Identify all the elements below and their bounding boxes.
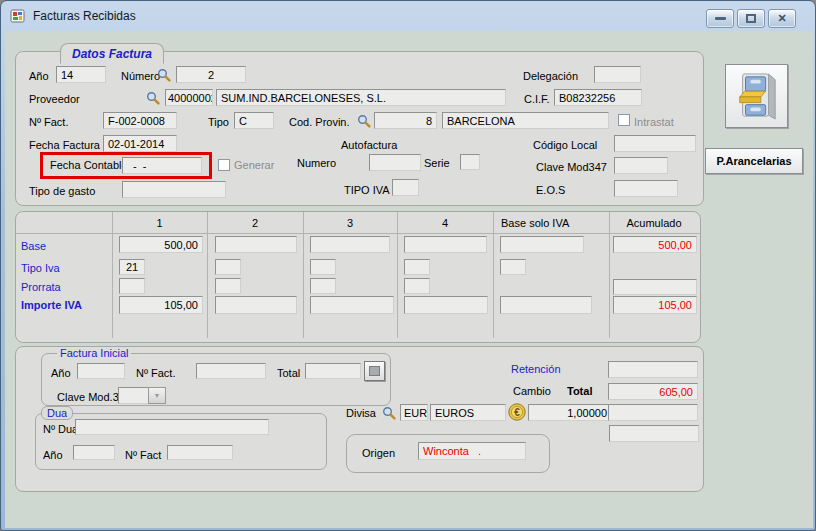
nfact-label: Nº Fact. — [29, 116, 68, 128]
base-solo-iva-field[interactable] — [500, 236, 584, 253]
col-header-acumulado: Acumulado — [609, 217, 699, 229]
maximize-button[interactable] — [737, 9, 765, 28]
origen-label: Origen — [362, 447, 395, 459]
fi-ano-field[interactable] — [77, 363, 125, 379]
prorrata-c3-field[interactable] — [310, 278, 336, 294]
dua-nfact-field[interactable] — [167, 445, 233, 460]
tab-datos-factura[interactable]: Datos Factura — [60, 43, 164, 64]
divisa-search-icon[interactable] — [382, 406, 396, 420]
divisa-name-field[interactable]: EUROS — [430, 404, 506, 421]
base-c3-field[interactable] — [310, 236, 390, 253]
codigo-local-label: Código Local — [533, 139, 597, 151]
divisa-code-field[interactable]: EUR — [400, 404, 428, 421]
cod-provin-name-field[interactable]: BARCELONA — [442, 112, 609, 129]
euro-coin-icon[interactable]: € — [508, 403, 526, 421]
cif-field[interactable]: B08232256 — [554, 89, 642, 106]
file-cabinet-icon — [734, 71, 780, 121]
col-header-3: 3 — [303, 217, 397, 229]
facturas-recibidas-window: Facturas Recibidas ✕ Datos Factura Año 1… — [0, 0, 816, 531]
numero-search-icon[interactable] — [157, 68, 171, 82]
prorrata-c1-field[interactable] — [119, 278, 145, 294]
cambio-rate-field[interactable]: 1,00000 — [528, 404, 612, 421]
fecha-factura-field[interactable]: 02-01-2014 — [103, 135, 177, 152]
fi-total-label: Total — [277, 367, 300, 379]
importe-iva-base-solo-field[interactable] — [500, 296, 592, 314]
minimize-icon — [715, 17, 726, 20]
base-c4-field[interactable] — [404, 236, 487, 253]
clave-mod340-dropdown-button[interactable]: ▼ — [148, 387, 166, 404]
importe-iva-c4-field[interactable] — [404, 296, 488, 314]
clave-mod347-field[interactable] — [614, 157, 668, 174]
maximize-icon — [746, 14, 756, 23]
importe-iva-c1-field[interactable]: 105,00 — [119, 296, 203, 314]
base-c2-field[interactable] — [215, 236, 297, 253]
tipo-iva-base-solo-field[interactable] — [500, 259, 526, 275]
fi-total-field[interactable] — [305, 363, 361, 379]
fi-nfact-field[interactable] — [196, 363, 266, 379]
divisa-label: Divisa — [346, 407, 376, 419]
numero-field[interactable]: 2 — [176, 66, 246, 83]
retencion-field[interactable] — [608, 361, 698, 378]
tipo-iva-c1-field[interactable]: 21 — [119, 259, 145, 275]
column-separator — [207, 212, 208, 338]
proveedor-search-icon[interactable] — [146, 91, 160, 105]
delegacion-field[interactable] — [594, 66, 641, 83]
importe-iva-c2-field[interactable] — [215, 296, 297, 314]
header-separator — [16, 233, 700, 234]
tipo-iva-field[interactable] — [392, 179, 419, 196]
importe-iva-row-label: Importe IVA — [21, 299, 82, 311]
generar-checkbox[interactable] — [218, 159, 230, 171]
tipo-iva-c4-field[interactable] — [404, 259, 430, 275]
minimize-button[interactable] — [706, 9, 734, 28]
tipo-iva-c2-field[interactable] — [215, 259, 241, 275]
arancelarias-button[interactable]: P.Arancelarias — [705, 148, 803, 174]
tipo-gasto-field[interactable] — [122, 181, 226, 198]
prorrata-c4-field[interactable] — [404, 278, 430, 294]
column-separator — [493, 212, 494, 338]
totals-blank-field-1[interactable] — [608, 404, 698, 421]
tipo-iva-c3-field[interactable] — [310, 259, 336, 275]
cod-provin-code-field[interactable]: 8 — [374, 112, 437, 129]
ndua-label: Nº Dua — [43, 423, 78, 435]
column-separator — [397, 212, 398, 338]
titlebar: Facturas Recibidas ✕ — [1, 1, 815, 31]
proveedor-name-field[interactable]: SUM.IND.BARCELONESES, S.L. — [216, 89, 506, 106]
importe-iva-c3-field[interactable] — [310, 296, 394, 314]
serie-field[interactable] — [460, 154, 480, 170]
fecha-contable-field[interactable]: - - — [122, 157, 202, 174]
base-c1-field[interactable]: 500,00 — [119, 236, 203, 253]
proveedor-code-field[interactable]: 40000002 — [165, 89, 213, 106]
col-header-base-solo-iva: Base solo IVA — [501, 217, 569, 229]
ano-field[interactable]: 14 — [56, 66, 106, 83]
numero-doc-label: Numero — [297, 157, 336, 169]
totals-blank-field-2[interactable] — [609, 425, 699, 442]
prorrata-acumulado-field[interactable] — [613, 279, 697, 295]
fi-ano-label: Año — [51, 367, 71, 379]
importe-iva-acumulado-field: 105,00 — [613, 296, 697, 314]
nfact-field[interactable]: F-002-0008 — [103, 112, 177, 129]
cod-provin-search-icon[interactable] — [357, 114, 371, 128]
eos-field[interactable] — [614, 180, 678, 197]
col-header-1: 1 — [112, 217, 207, 229]
archive-button[interactable] — [725, 64, 788, 128]
intrastat-checkbox[interactable] — [618, 114, 630, 126]
cif-label: C.I.F. — [524, 93, 550, 105]
svg-text:€: € — [514, 407, 520, 418]
column-separator — [303, 212, 304, 338]
dua-ano-field[interactable] — [73, 445, 115, 460]
close-icon: ✕ — [777, 13, 786, 24]
arancelarias-button-label: P.Arancelarias — [716, 155, 791, 167]
close-button[interactable]: ✕ — [768, 9, 796, 28]
codigo-local-field[interactable] — [614, 135, 696, 152]
autofactura-label: Autofactura — [341, 139, 397, 151]
factura-inicial-title: Factura Inicial — [57, 347, 131, 359]
fi-total-button[interactable] — [364, 361, 385, 381]
numero-doc-field[interactable] — [369, 154, 421, 171]
ndua-field[interactable] — [75, 419, 269, 435]
clave-mod340-field[interactable] — [118, 387, 149, 404]
generar-label: Generar — [234, 159, 274, 171]
tipo-field[interactable]: C — [234, 112, 274, 129]
numero-label: Número — [121, 70, 160, 82]
column-separator — [112, 212, 113, 338]
prorrata-c2-field[interactable] — [215, 278, 241, 294]
